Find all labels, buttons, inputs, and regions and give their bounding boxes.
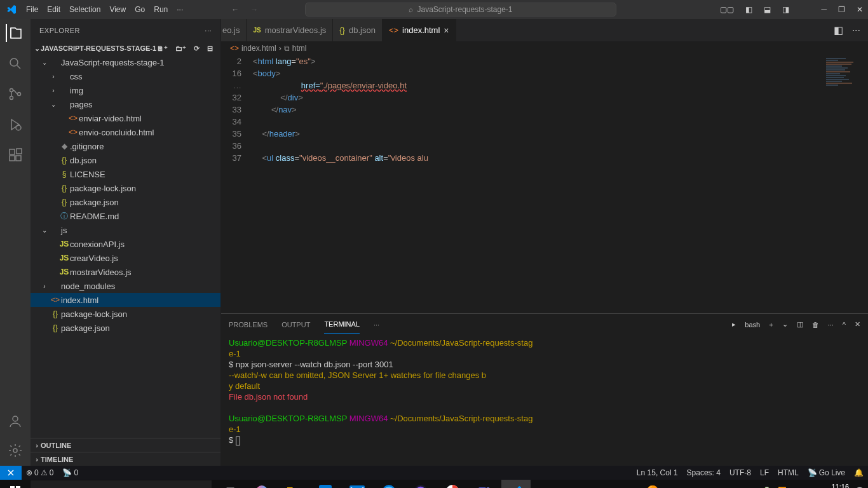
nav-forward-icon[interactable]: → bbox=[250, 5, 258, 14]
file-tree-item[interactable]: {}package-lock.json bbox=[31, 181, 220, 195]
split-editor-icon[interactable]: ◧ bbox=[834, 24, 843, 36]
maximize-icon[interactable]: ❐ bbox=[838, 5, 845, 14]
file-tree-item[interactable]: §LICENSE bbox=[31, 167, 220, 181]
file-tree-item[interactable]: {}db.json bbox=[31, 153, 220, 167]
terminal-dropdown-icon[interactable]: ⌄ bbox=[782, 315, 788, 334]
command-center[interactable]: ⌕ JavaScript-requests-stage-1 bbox=[305, 3, 616, 17]
panel-right-icon[interactable]: ◨ bbox=[782, 5, 789, 14]
menu-go[interactable]: Go bbox=[131, 3, 149, 17]
panel-maximize-icon[interactable]: ^ bbox=[843, 316, 846, 334]
chrome-icon[interactable] bbox=[438, 480, 467, 488]
file-tree-item[interactable]: ⌄js bbox=[31, 223, 220, 237]
layout-icon[interactable]: ▢▢ bbox=[720, 5, 734, 14]
tab-mostrar-videos[interactable]: JSmostrarVideos.js bbox=[247, 19, 333, 41]
menu-file[interactable]: File bbox=[22, 3, 42, 17]
tab-eo-js[interactable]: eo.js bbox=[221, 19, 247, 41]
source-control-icon[interactable] bbox=[6, 85, 24, 103]
close-window-icon[interactable]: ✕ bbox=[857, 5, 863, 14]
panel-bottom-icon[interactable]: ⬓ bbox=[764, 5, 771, 14]
status-golive[interactable]: 📡Go Live bbox=[803, 468, 850, 477]
menu-run[interactable]: Run bbox=[150, 3, 172, 17]
edge-icon[interactable] bbox=[374, 480, 403, 488]
debug-icon[interactable] bbox=[6, 116, 24, 133]
folder-header[interactable]: ⌄ JAVASCRIPT-REQUESTS-STAGE-1 🗎⁺ 🗀⁺ ⟳ ⊟ bbox=[31, 41, 220, 55]
panel-close-icon[interactable]: ✕ bbox=[855, 315, 860, 334]
explorer-icon[interactable] bbox=[6, 24, 24, 42]
editor-more-icon[interactable]: ··· bbox=[852, 25, 860, 36]
timeline-section[interactable]: ›TIMELINE bbox=[31, 452, 220, 466]
minimize-icon[interactable]: ─ bbox=[821, 5, 827, 14]
code-content[interactable]: <html lang="es"> <body> href="./pages/en… bbox=[253, 55, 868, 313]
file-tree-item[interactable]: ›img bbox=[31, 83, 220, 97]
taskbar-search[interactable]: ⌕ Buscar bbox=[31, 480, 212, 488]
file-tree-item[interactable]: ⓘREADME.md bbox=[31, 209, 220, 223]
outline-section[interactable]: ›OUTLINE bbox=[31, 438, 220, 452]
file-tree-item[interactable]: <>envio-concluido.html bbox=[31, 125, 220, 139]
code-editor[interactable]: 216… 323334 353637 <html lang="es"> <bod… bbox=[221, 55, 868, 313]
file-tree-item[interactable]: {}package.json bbox=[31, 195, 220, 209]
terminal-new-icon[interactable]: + bbox=[769, 316, 773, 334]
panel-tab-problems[interactable]: PROBLEMS bbox=[229, 316, 268, 334]
new-file-icon[interactable]: 🗎⁺ bbox=[157, 44, 168, 53]
teams-icon[interactable]: T2 bbox=[470, 480, 499, 488]
terminal-more-icon[interactable]: ··· bbox=[828, 316, 834, 334]
file-explorer-icon[interactable] bbox=[279, 480, 308, 488]
status-eol[interactable]: LF bbox=[756, 468, 773, 477]
ms-store-icon[interactable] bbox=[311, 480, 340, 488]
file-tree-item[interactable]: <>enviar-video.html bbox=[31, 111, 220, 125]
tray-clock[interactable]: 11:1614-12-2024 bbox=[813, 483, 849, 489]
file-tree-item[interactable]: <>index.html bbox=[31, 293, 220, 307]
mail-icon[interactable] bbox=[342, 480, 372, 488]
file-tree-item[interactable]: ⌄pages bbox=[31, 97, 220, 111]
panel-more-icon[interactable]: ··· bbox=[374, 316, 379, 334]
status-encoding[interactable]: UTF-8 bbox=[725, 468, 756, 477]
status-spaces[interactable]: Spaces: 4 bbox=[682, 468, 725, 477]
account-icon[interactable] bbox=[6, 412, 24, 430]
menu-more-icon[interactable]: ··· bbox=[173, 3, 187, 17]
vscode-app-icon[interactable] bbox=[501, 480, 531, 488]
terminal-split-icon[interactable]: ◫ bbox=[797, 315, 803, 334]
status-port[interactable]: 📡0 bbox=[58, 468, 83, 477]
tray-currency-icon[interactable]: 🟠 bbox=[646, 485, 659, 488]
panel-tab-output[interactable]: OUTPUT bbox=[281, 316, 310, 334]
collapse-icon[interactable]: ⊟ bbox=[207, 44, 213, 53]
menu-view[interactable]: View bbox=[105, 3, 130, 17]
start-button[interactable] bbox=[0, 480, 31, 488]
settings-gear-icon[interactable] bbox=[6, 442, 24, 459]
search-icon[interactable] bbox=[6, 55, 24, 72]
terminal-content[interactable]: Usuario@DESKTOP-R8GLMSP MINGW64 ~/Docume… bbox=[221, 335, 868, 466]
extensions-icon[interactable] bbox=[6, 146, 24, 164]
menu-edit[interactable]: Edit bbox=[43, 3, 64, 17]
minimap[interactable] bbox=[824, 55, 868, 313]
file-tree-item[interactable]: JSconexionAPI.js bbox=[31, 237, 220, 251]
new-folder-icon[interactable]: 🗀⁺ bbox=[175, 44, 186, 53]
menu-selection[interactable]: Selection bbox=[65, 3, 104, 17]
status-bell-icon[interactable]: 🔔 bbox=[850, 468, 868, 477]
taskview-icon[interactable]: ⊞ bbox=[215, 480, 245, 488]
file-tree-item[interactable]: JScrearVideo.js bbox=[31, 251, 220, 265]
file-tree-item[interactable]: ›node_modules bbox=[31, 279, 220, 293]
explorer-more-icon[interactable]: ··· bbox=[205, 27, 212, 34]
file-tree-item[interactable]: ⌄JavaScript-requests-stage-1 bbox=[31, 55, 220, 69]
file-tree-item[interactable]: {}package-lock.json bbox=[31, 307, 220, 321]
tab-index-html[interactable]: <>index.html× bbox=[383, 19, 456, 41]
copilot-icon[interactable] bbox=[247, 480, 276, 488]
status-language[interactable]: HTML bbox=[773, 468, 803, 477]
panel-tab-terminal[interactable]: TERMINAL bbox=[324, 315, 360, 334]
file-tree-item[interactable]: ◆.gitignore bbox=[31, 139, 220, 153]
nav-back-icon[interactable]: ← bbox=[231, 5, 239, 14]
file-tree-item[interactable]: {}package.json bbox=[31, 321, 220, 335]
clipchamp-icon[interactable] bbox=[406, 480, 435, 488]
remote-indicator[interactable] bbox=[0, 466, 22, 480]
status-errors[interactable]: ⊗0⚠0 bbox=[22, 468, 58, 477]
file-tree-item[interactable]: ›css bbox=[31, 69, 220, 83]
panel-left-icon[interactable]: ◧ bbox=[745, 5, 752, 14]
terminal-shell-icon[interactable]: ▸ bbox=[732, 315, 736, 334]
close-tab-icon[interactable]: × bbox=[444, 25, 449, 36]
status-cursor-pos[interactable]: Ln 15, Col 1 bbox=[632, 468, 682, 477]
breadcrumb[interactable]: <>index.html › ⧉html bbox=[221, 41, 868, 55]
refresh-icon[interactable]: ⟳ bbox=[194, 44, 200, 53]
terminal-kill-icon[interactable]: 🗑 bbox=[812, 316, 819, 334]
file-tree-item[interactable]: JSmostrarVideos.js bbox=[31, 265, 220, 279]
tab-db-json[interactable]: {}db.json bbox=[333, 19, 383, 41]
